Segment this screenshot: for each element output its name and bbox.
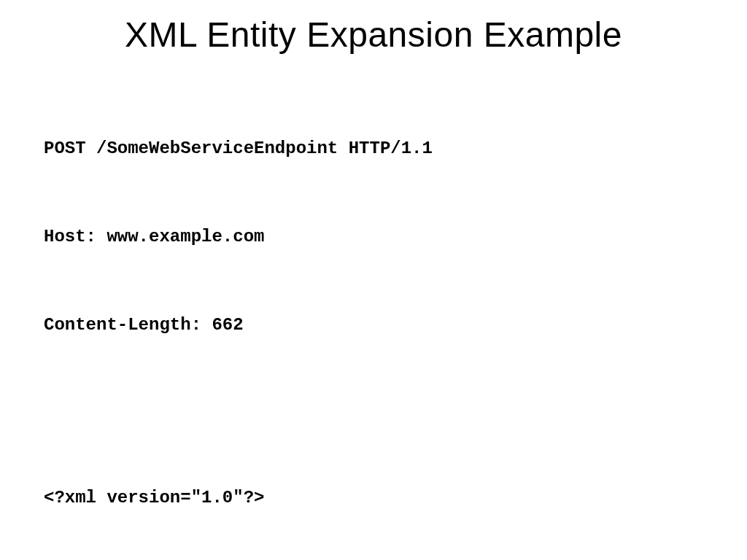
- slide-container: XML Entity Expansion Example POST /SomeW…: [0, 0, 747, 560]
- code-block: POST /SomeWebServiceEndpoint HTTP/1.1 Ho…: [44, 75, 703, 560]
- code-line: Content-Length: 662: [44, 311, 703, 340]
- code-line: Host: www.example.com: [44, 222, 703, 252]
- slide-title: XML Entity Expansion Example: [44, 15, 703, 55]
- code-line: POST /SomeWebServiceEndpoint HTTP/1.1: [44, 134, 703, 163]
- code-line-empty: [44, 398, 703, 424]
- code-line: <?xml version="1.0"?>: [44, 483, 703, 513]
